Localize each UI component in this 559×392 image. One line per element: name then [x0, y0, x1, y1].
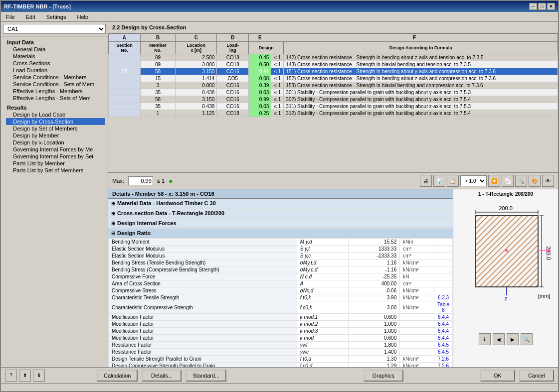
- export-up-button[interactable]: ⬆: [19, 370, 31, 382]
- export-down-button[interactable]: ⬇: [33, 370, 45, 382]
- status-bar: [1, 383, 558, 391]
- details-row: Elastic Section ModulusS y,t1333.33cm³: [109, 246, 453, 253]
- maximize-button[interactable]: □: [538, 3, 546, 10]
- print-icon[interactable]: 🖨: [420, 175, 432, 187]
- title-bar: RF-TIMBER NBR - [Truss] ─ □ ✕: [1, 1, 558, 12]
- max-row: Max: ≤ 1 ● 🖨 📊 📋 > 1.0 All > 0.5 🔽 📈 🔍: [108, 173, 558, 189]
- table-row[interactable]: 58583.150CO160.91≤ 1151) Cross-section r…: [109, 68, 558, 75]
- ok-button[interactable]: OK: [480, 370, 515, 382]
- standard-button[interactable]: Standard...: [186, 370, 226, 382]
- design-internal-forces-toggle[interactable]: ⊞ Design Internal Forces: [108, 219, 453, 228]
- action-buttons: Calculation Details... Standard...: [97, 370, 287, 382]
- table-row[interactable]: 151.414CO50.08≤ 1152) Cross-section resi…: [109, 75, 558, 82]
- max-label: Max:: [112, 178, 124, 184]
- tree-materials[interactable]: Materials: [6, 53, 105, 60]
- results-items: Design by Load Case Design by Cross-Sect…: [4, 111, 105, 174]
- cs-info-button[interactable]: ℹ: [479, 333, 491, 345]
- design-ratio-toggle[interactable]: ⊟ Design Ratio: [108, 229, 453, 238]
- tree-governing-forces-member[interactable]: Governing Internal Forces by Me: [6, 146, 105, 153]
- case-dropdown[interactable]: CA1: [3, 24, 106, 34]
- details-row: Modification Factork mod0.6006.4.4: [109, 335, 453, 342]
- tree-parts-list-set[interactable]: Parts List by Set of Members: [6, 167, 105, 174]
- help-icon-button[interactable]: ?: [5, 370, 17, 382]
- export-icon[interactable]: 📊: [433, 175, 445, 187]
- details-row: Modification Factork mod,21.0006.4.4: [109, 321, 453, 328]
- filter-icon[interactable]: 🔽: [488, 175, 500, 187]
- svg-text:[mm]: [mm]: [538, 293, 550, 299]
- cross-section-data-toggle[interactable]: ⊞ Cross-section Data - T-Rectangle 200/2…: [108, 209, 453, 218]
- cross-section-data-section: ⊞ Cross-section Data - T-Rectangle 200/2…: [108, 209, 453, 219]
- tree-load-duration[interactable]: Load Duration: [6, 67, 105, 74]
- close-button[interactable]: ✕: [547, 3, 555, 10]
- menu-file[interactable]: File: [3, 13, 18, 21]
- toolbar-icons: 🖨 📊 📋 > 1.0 All > 0.5 🔽 📈 🔍 🎨 👁: [420, 175, 554, 187]
- eye-icon[interactable]: 👁: [542, 175, 554, 187]
- cs-prev-button[interactable]: ◀: [493, 333, 505, 345]
- details-header: Details - Member 58 - x: 3.150 m - CO16: [108, 189, 453, 199]
- svg-text:200.0: 200.0: [499, 205, 513, 211]
- max-input[interactable]: [128, 176, 153, 185]
- details-area: Details - Member 58 - x: 3.150 m - CO16 …: [108, 189, 558, 367]
- tree-parts-list-member[interactable]: Parts List by Member: [6, 160, 105, 167]
- details-row: Modification Factork mod,31.0006.4.4: [109, 328, 453, 335]
- table-row[interactable]: 583.150CO160.99≤ 1302) Stability - Compr…: [109, 96, 558, 103]
- col-subheader-c: Locationx [m]: [176, 42, 217, 54]
- table-row[interactable]: 893.000CO180.50≤ 1143) Cross-section res…: [109, 61, 558, 68]
- table-row[interactable]: 350.438CO160.03≤ 1301) Stability - Compr…: [109, 89, 558, 96]
- design-ratio-table: Bending MomentM y,d15.52kNmElastic Secti…: [108, 238, 453, 367]
- input-data-group: Input Data: [4, 38, 105, 46]
- minimize-button[interactable]: ─: [529, 3, 537, 10]
- calculation-button[interactable]: Calculation: [97, 370, 138, 382]
- tree-effective-lengths-members[interactable]: Effective Lengths - Members: [6, 88, 105, 95]
- color-icon[interactable]: 🎨: [529, 175, 541, 187]
- cancel-button[interactable]: Cancel: [519, 370, 554, 382]
- tree-design-x-location[interactable]: Design by x-Location: [6, 139, 105, 146]
- menu-edit[interactable]: Edit: [23, 13, 38, 21]
- cs-next-button[interactable]: ▶: [507, 333, 519, 345]
- chart-icon[interactable]: 📈: [502, 175, 514, 187]
- tree-design-cross-section[interactable]: Design by Cross-Section: [6, 118, 105, 125]
- col-header-f: F: [271, 34, 558, 42]
- data-table-container[interactable]: A B C D E F SectionNo. MemberNo. Locatio…: [108, 33, 558, 173]
- details-row: Design Tensile Strength Parallel to Grai…: [109, 356, 453, 363]
- table-row[interactable]: 350.438CO160.03≤ 1311) Stability - Compr…: [109, 103, 558, 110]
- bottom-icons: ? ⬆ ⬇: [5, 370, 45, 382]
- expand-icon-material: ⊞: [111, 201, 115, 206]
- col-header-c: C: [176, 34, 217, 42]
- tree-service-conditions-sets[interactable]: Service Conditions - Sets of Mem: [6, 81, 105, 88]
- tree-cross-sections[interactable]: Cross-Sections: [6, 60, 105, 67]
- view-icon[interactable]: 📋: [447, 175, 459, 187]
- col-subheader-b: MemberNo.: [140, 42, 175, 54]
- tree-panel: Input Data General Data Materials Cross-…: [1, 36, 108, 176]
- graphics-buttons: Graphics: [289, 370, 479, 382]
- zoom-icon[interactable]: 🔍: [515, 175, 527, 187]
- table-row[interactable]: 30.000CO160.39≤ 1153) Cross-section resi…: [109, 82, 558, 89]
- material-data-toggle[interactable]: ⊞ Material Data - Hardwood Timber C 30: [108, 199, 453, 208]
- tree-design-member[interactable]: Design by Member: [6, 132, 105, 139]
- details-row: Characteristic Tensile Strengthf t0,k3.9…: [109, 294, 453, 301]
- table-row[interactable]: 892.500CO180.45≤ 1142) Cross-section res…: [109, 54, 558, 61]
- tree-design-set-members[interactable]: Design by Set of Members: [6, 125, 105, 132]
- col-header-a: A: [109, 34, 141, 42]
- svg-text:z: z: [505, 295, 508, 301]
- tree-general-data[interactable]: General Data: [6, 46, 105, 53]
- graphics-button[interactable]: Graphics: [364, 370, 403, 382]
- tree-service-conditions-members[interactable]: Service Conditions - Members: [6, 74, 105, 81]
- tree-effective-lengths-sets[interactable]: Effective Lengths - Sets of Mem: [6, 95, 105, 102]
- filter-dropdown[interactable]: > 1.0 All > 0.5: [460, 175, 487, 186]
- table-row[interactable]: 11.125CO180.25≤ 1312) Stability - Compre…: [109, 110, 558, 117]
- menu-help[interactable]: Help: [74, 13, 91, 21]
- cs-zoom-button[interactable]: 🔍: [521, 333, 533, 345]
- tree-design-load-case[interactable]: Design by Load Case: [6, 111, 105, 118]
- tree-governing-forces-set[interactable]: Governing Internal Forces by Set: [6, 153, 105, 160]
- max-le-label: ≤ 1: [157, 178, 165, 184]
- details-row: Compressive StressσNc,d-0.06kN/cm²: [109, 287, 453, 294]
- details-button[interactable]: Details...: [142, 370, 182, 382]
- col-subheader-d: Load-ing: [217, 42, 249, 54]
- data-table: A B C D E F SectionNo. MemberNo. Locatio…: [108, 33, 558, 117]
- right-panel: 2.2 Design by Cross-Section A B C D E F: [108, 22, 558, 367]
- expand-icon-dif: ⊞: [111, 221, 115, 226]
- cross-section-panel: 1 - T-Rectangle 200/200: [453, 189, 558, 367]
- menu-settings[interactable]: Settings: [43, 13, 69, 21]
- ok-cancel-buttons: OK Cancel: [480, 370, 554, 382]
